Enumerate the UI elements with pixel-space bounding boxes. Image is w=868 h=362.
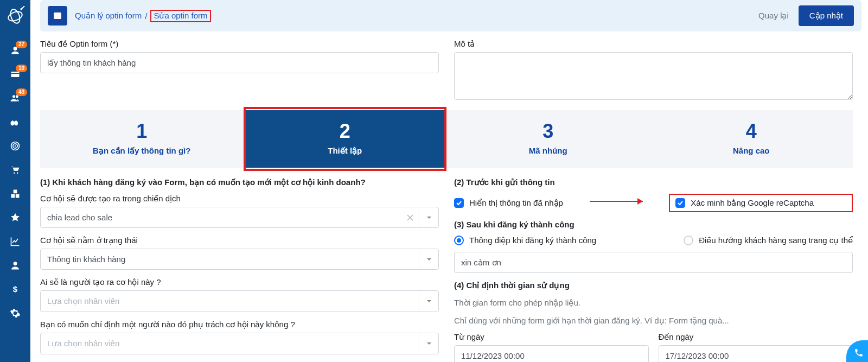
owner-select[interactable]: Lựa chọn nhân viên xyxy=(40,333,439,354)
show-info-label: Hiển thị thông tin đã nhập xyxy=(469,198,563,208)
success-message-radio-item[interactable]: Thông điệp khi đăng ký thành công xyxy=(454,236,596,245)
svg-rect-13 xyxy=(54,14,61,15)
redirect-radio-label: Điều hướng khách hàng sang trang cụ thể xyxy=(699,236,853,245)
success-message-input[interactable] xyxy=(454,252,853,273)
owner-placeholder: Lựa chọn nhân viên xyxy=(47,339,119,348)
svg-point-1 xyxy=(9,8,21,24)
owner-label: Bạn có muốn chỉ định một người nào đó ph… xyxy=(40,320,439,329)
step-number: 3 xyxy=(451,120,646,143)
sidebar-item-favorites[interactable] xyxy=(0,207,30,228)
content-scroll[interactable]: Tiêu đề Optin form (*) Mô tả 1 Bạn cần l… xyxy=(40,39,861,362)
creator-select[interactable]: Lựa chọn nhân viên xyxy=(40,290,439,312)
page-header: Quản lý optin form / Sửa optin form Quay… xyxy=(40,0,861,31)
redirect-radio-item[interactable]: Điều hướng khách hàng sang trang cụ thể xyxy=(684,236,853,245)
creator-placeholder: Lựa chọn nhân viên xyxy=(47,296,119,306)
show-info-check-item[interactable]: Hiển thị thông tin đã nhập xyxy=(454,198,563,208)
campaign-value: chia lead cho sale xyxy=(47,213,112,222)
breadcrumb-root[interactable]: Quản lý optin form xyxy=(75,11,142,21)
sidebar-item-finance[interactable]: $ xyxy=(0,279,30,300)
redirect-radio[interactable] xyxy=(684,236,693,245)
step-label: Nâng cao xyxy=(654,146,849,155)
sidebar-item-cart[interactable] xyxy=(0,160,30,180)
sidebar-item-users[interactable]: 27 xyxy=(0,40,30,61)
chevron-down-icon[interactable] xyxy=(419,249,438,269)
desc-label: Mô tả xyxy=(454,39,853,49)
annotation-arrow-icon xyxy=(590,196,649,207)
step-label: Thiết lập xyxy=(248,146,443,156)
sidebar-item-settings[interactable] xyxy=(0,303,30,323)
section-4-heading: (4) Chỉ định thời gian sử dụng xyxy=(454,281,853,290)
section-3-heading: (3) Sau khi đăng ký thành công xyxy=(454,220,853,229)
show-info-checkbox[interactable] xyxy=(454,198,464,208)
title-label: Tiêu đề Optin form (*) xyxy=(40,39,439,49)
update-button[interactable]: Cập nhật xyxy=(799,5,854,26)
breadcrumb-sep: / xyxy=(145,11,147,21)
svg-point-10 xyxy=(17,173,18,174)
sidebar-item-cards[interactable]: 10 xyxy=(0,64,30,85)
from-date-input[interactable] xyxy=(454,345,649,362)
section-2-heading: (2) Trước khi gửi thông tin xyxy=(454,177,853,187)
sidebar-item-target[interactable] xyxy=(0,136,30,156)
campaign-label: Cơ hội sẽ được tạo ra trong chiến dịch xyxy=(40,194,439,204)
svg-text:$: $ xyxy=(13,284,18,294)
breadcrumb-current: Sửa optin form xyxy=(150,10,210,22)
step-number: 1 xyxy=(44,120,239,143)
breadcrumb: Quản lý optin form / Sửa optin form xyxy=(75,10,211,22)
steps-nav: 1 Bạn cần lấy thông tin gì? 2 Thiết lập … xyxy=(40,110,853,168)
header-icon xyxy=(48,6,67,26)
svg-rect-12 xyxy=(54,12,61,19)
svg-rect-4 xyxy=(11,72,20,77)
svg-point-9 xyxy=(14,173,15,174)
back-link[interactable]: Quay lại xyxy=(758,11,789,21)
recaptcha-label: Xác minh bằng Google reCaptcha xyxy=(691,198,846,208)
to-date-label: Đến ngày xyxy=(659,332,853,342)
sidebar: 27 10 43 $ xyxy=(0,0,30,362)
step-2[interactable]: 2 Thiết lập xyxy=(244,110,447,168)
badge: 10 xyxy=(16,65,27,72)
step-4[interactable]: 4 Nâng cao xyxy=(650,110,853,168)
step-3[interactable]: 3 Mã nhúng xyxy=(446,110,650,168)
to-date-input[interactable] xyxy=(659,345,853,362)
from-date-label: Từ ngày xyxy=(454,332,649,342)
success-message-radio-label: Thông điệp khi đăng ký thành công xyxy=(469,236,596,245)
status-select[interactable]: Thông tin khách hàng xyxy=(40,249,439,270)
desc-textarea[interactable] xyxy=(454,52,853,100)
sidebar-item-analytics[interactable] xyxy=(0,231,30,252)
step-label: Bạn cần lấy thông tin gì? xyxy=(44,146,239,156)
recaptcha-check-item[interactable]: Xác minh bằng Google reCaptcha xyxy=(669,194,853,212)
right-column: (2) Trước khi gửi thông tin Hiển thị thô… xyxy=(454,177,853,362)
sidebar-item-handshake[interactable] xyxy=(0,112,30,132)
chevron-down-icon[interactable] xyxy=(419,291,438,312)
svg-point-3 xyxy=(21,8,23,10)
status-value: Thông tin khách hàng xyxy=(47,255,125,264)
badge: 43 xyxy=(16,88,27,96)
badge: 27 xyxy=(16,41,27,48)
step-label: Mã nhúng xyxy=(451,146,646,155)
time-help-2: Chỉ dùng với những form giới hạn thời gi… xyxy=(454,315,853,327)
main: Quản lý optin form / Sửa optin form Quay… xyxy=(30,0,868,362)
svg-rect-5 xyxy=(11,73,20,74)
creator-label: Ai sẽ là người tạo ra cơ hội này ? xyxy=(40,277,439,287)
section-1-heading: (1) Khi khách hàng đăng ký vào Form, bạn… xyxy=(40,177,439,187)
campaign-select[interactable]: chia lead cho sale xyxy=(40,207,439,228)
app-logo xyxy=(4,5,26,27)
chevron-down-icon[interactable] xyxy=(419,333,438,354)
chevron-down-icon[interactable] xyxy=(419,207,438,227)
recaptcha-checkbox[interactable] xyxy=(675,198,685,208)
sidebar-item-boxes[interactable] xyxy=(0,183,30,204)
left-column: (1) Khi khách hàng đăng ký vào Form, bạn… xyxy=(40,177,439,362)
svg-point-8 xyxy=(15,145,16,147)
sidebar-item-user[interactable] xyxy=(0,255,30,276)
clear-icon[interactable] xyxy=(404,207,417,227)
step-number: 4 xyxy=(654,120,849,143)
svg-point-0 xyxy=(7,10,23,22)
status-label: Cơ hội sẽ nằm ở trạng thái xyxy=(40,236,439,245)
step-number: 2 xyxy=(248,120,443,143)
success-message-radio[interactable] xyxy=(454,236,464,245)
step-1[interactable]: 1 Bạn cần lấy thông tin gì? xyxy=(40,110,244,168)
time-help-1: Thời gian form cho phép nhập liệu. xyxy=(454,297,853,309)
title-input[interactable] xyxy=(40,52,439,73)
sidebar-item-contacts[interactable]: 43 xyxy=(0,88,30,109)
